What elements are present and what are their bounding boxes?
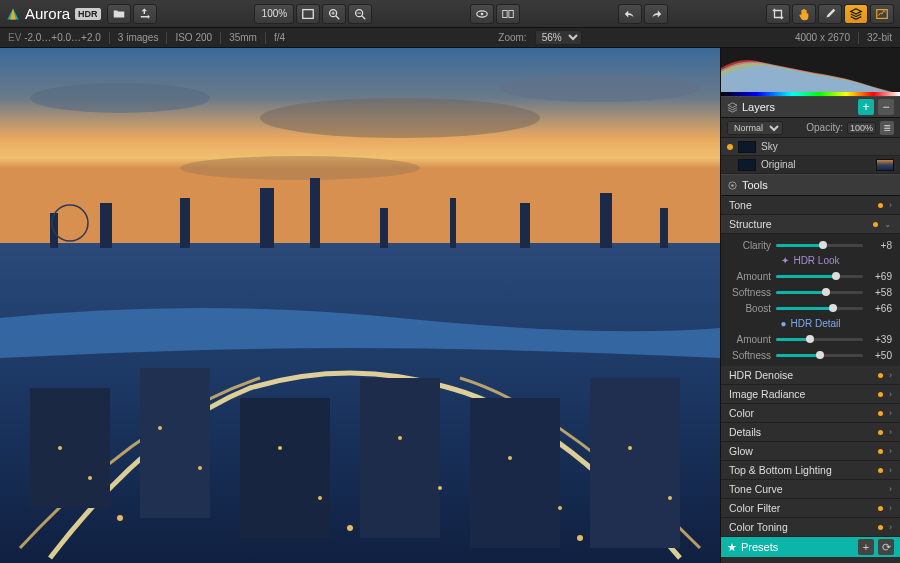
svg-rect-2: [303, 9, 314, 18]
zoom-select[interactable]: 56%: [535, 30, 582, 45]
add-layer-button[interactable]: +: [858, 99, 874, 115]
svg-rect-29: [600, 193, 612, 248]
side-panel: Layers + − Normal Opacity: 100% ≡ Sky Or…: [720, 48, 900, 563]
visibility-dot-icon[interactable]: [727, 144, 733, 150]
hdr-detail-title: ●HDR Detail: [721, 316, 900, 331]
app-name: Aurora: [25, 5, 70, 22]
layer-row-sky[interactable]: Sky: [721, 138, 900, 156]
tools-header: Tools: [721, 174, 900, 196]
layer-preview-thumb: [876, 159, 894, 171]
tool-tone-curve[interactable]: Tone Curve›: [721, 480, 900, 499]
chevron-right-icon: ›: [889, 446, 892, 456]
svg-point-49: [668, 496, 672, 500]
image-canvas[interactable]: [0, 48, 720, 563]
svg-point-18: [260, 98, 540, 138]
tool-top-bottom-lighting[interactable]: Top & Bottom Lighting›: [721, 461, 900, 480]
tool-color[interactable]: Color›: [721, 404, 900, 423]
svg-point-50: [117, 515, 123, 521]
chevron-right-icon: ›: [889, 522, 892, 532]
fit-screen-button[interactable]: [296, 4, 320, 24]
refresh-presets-button[interactable]: ⟳: [878, 539, 894, 555]
layer-menu-button[interactable]: ≡: [880, 121, 894, 135]
tool-details[interactable]: Details›: [721, 423, 900, 442]
tool-color-filter[interactable]: Color Filter›: [721, 499, 900, 518]
hdr-image-placeholder: [0, 48, 720, 563]
chevron-right-icon: ›: [889, 465, 892, 475]
svg-rect-32: [30, 388, 110, 508]
tool-structure[interactable]: Structure⌄: [721, 215, 900, 234]
compare-button[interactable]: [496, 4, 520, 24]
look-boost-slider[interactable]: Boost +66: [721, 300, 900, 316]
svg-point-39: [88, 476, 92, 480]
add-preset-button[interactable]: +: [858, 539, 874, 555]
top-toolbar: Aurora HDR 100%: [0, 0, 900, 28]
chevron-right-icon: ›: [889, 484, 892, 494]
hdr-badge: HDR: [75, 8, 101, 20]
presets-bar[interactable]: ★ Presets + ⟳: [721, 537, 900, 557]
export-button[interactable]: [133, 4, 157, 24]
look-amount-slider[interactable]: Amount +69: [721, 268, 900, 284]
svg-rect-35: [360, 378, 440, 538]
structure-panel: Clarity +8 ✦HDR Look Amount +69 Softness…: [721, 234, 900, 366]
chevron-right-icon: ›: [889, 503, 892, 513]
svg-point-11: [481, 12, 484, 15]
svg-rect-26: [380, 208, 388, 248]
image-count: 3 images: [118, 32, 159, 43]
tool-image-radiance[interactable]: Image Radiance›: [721, 385, 900, 404]
tool-color-toning[interactable]: Color Toning›: [721, 518, 900, 537]
svg-point-48: [628, 446, 632, 450]
svg-point-47: [558, 506, 562, 510]
chevron-right-icon: ›: [889, 370, 892, 380]
svg-rect-30: [660, 208, 668, 248]
svg-rect-23: [180, 198, 190, 248]
svg-rect-34: [240, 398, 330, 538]
tool-tone[interactable]: Tone›: [721, 196, 900, 215]
clarity-slider[interactable]: Clarity +8: [721, 237, 900, 253]
aperture-value: f/4: [274, 32, 285, 43]
svg-point-20: [180, 156, 420, 180]
tool-hdr-denoise[interactable]: HDR Denoise›: [721, 366, 900, 385]
svg-point-19: [500, 74, 700, 102]
svg-point-42: [278, 446, 282, 450]
remove-layer-button[interactable]: −: [878, 99, 894, 115]
ev-value: -2.0…+0.0…+2.0: [24, 32, 101, 43]
zoom-in-button[interactable]: [322, 4, 346, 24]
look-softness-slider[interactable]: Softness +58: [721, 284, 900, 300]
histogram-panel-button[interactable]: [870, 4, 894, 24]
tools-icon: [727, 180, 738, 191]
svg-rect-37: [590, 378, 680, 548]
preview-button[interactable]: [470, 4, 494, 24]
main-area: Layers + − Normal Opacity: 100% ≡ Sky Or…: [0, 48, 900, 563]
svg-point-55: [731, 184, 734, 187]
layers-header: Layers + −: [721, 96, 900, 118]
brush-tool-button[interactable]: [818, 4, 842, 24]
svg-point-43: [318, 496, 322, 500]
layer-row-original[interactable]: Original: [721, 156, 900, 174]
chevron-down-icon: ⌄: [884, 219, 892, 229]
zoom-out-button[interactable]: [348, 4, 372, 24]
detail-amount-slider[interactable]: Amount +39: [721, 331, 900, 347]
hand-tool-button[interactable]: [792, 4, 816, 24]
zoom-100-button[interactable]: 100%: [254, 4, 294, 24]
focal-length: 35mm: [229, 32, 257, 43]
layers-icon: [727, 102, 738, 113]
open-button[interactable]: [107, 4, 131, 24]
redo-button[interactable]: [644, 4, 668, 24]
tool-glow[interactable]: Glow›: [721, 442, 900, 461]
svg-rect-25: [310, 178, 320, 248]
detail-softness-slider[interactable]: Softness +50: [721, 347, 900, 363]
blend-mode-select[interactable]: Normal: [727, 121, 783, 135]
svg-rect-13: [509, 10, 513, 17]
chevron-right-icon: ›: [889, 389, 892, 399]
layers-panel-button[interactable]: [844, 4, 868, 24]
svg-point-38: [58, 446, 62, 450]
aurora-logo-icon: [6, 7, 20, 21]
undo-button[interactable]: [618, 4, 642, 24]
histogram[interactable]: [721, 48, 900, 96]
opacity-value[interactable]: 100%: [847, 122, 876, 134]
svg-rect-36: [470, 398, 560, 548]
zoom-label: Zoom:: [498, 32, 526, 43]
crop-button[interactable]: [766, 4, 790, 24]
layers-title: Layers: [742, 101, 854, 113]
svg-point-45: [438, 486, 442, 490]
